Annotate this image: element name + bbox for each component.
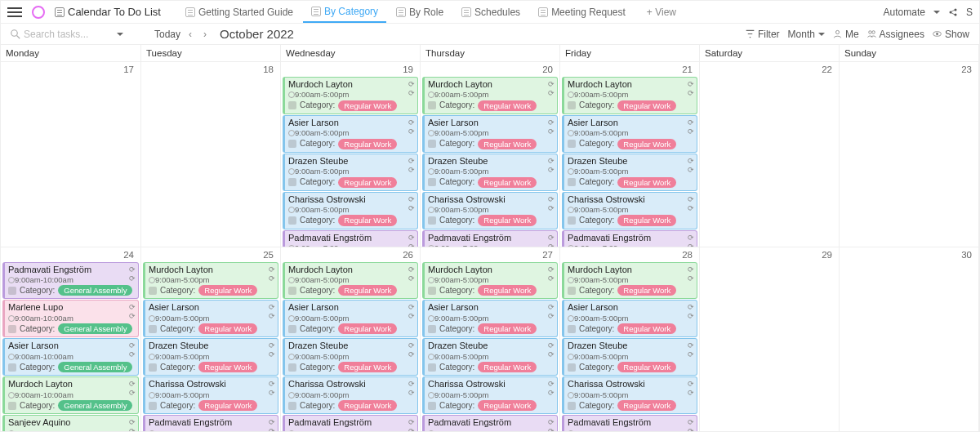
category-label: Category: [439, 286, 474, 296]
calendar-event[interactable]: ⟳⟳Padmavati Engström9:00am-10:00amCatego… [2, 262, 139, 300]
calendar-event[interactable]: ⟳⟳Asier Larson9:00am-5:00pmCategory:Regu… [562, 300, 697, 337]
calendar-event[interactable]: ⟳⟳Padmavati Engström9:00am-7:00pmCategor… [562, 230, 697, 247]
category-icon [568, 363, 576, 372]
recurrence-icon: ⟳ [269, 341, 275, 350]
calendar-event[interactable]: ⟳⟳Charissa Ostrowski9:00am-5:00pmCategor… [143, 376, 278, 414]
today-button[interactable]: Today [154, 29, 180, 40]
calendar-event[interactable]: ⟳⟳Drazen Steube9:00am-5:00pmCategory:Reg… [143, 338, 278, 376]
recurrence-icon: ⟳ [269, 380, 275, 389]
category-pill: Regular Work [198, 285, 257, 296]
calendar-event[interactable]: ⟳⟳Asier Larson9:00am-5:00pmCategory:Regu… [422, 300, 558, 337]
tab-schedules[interactable]: Schedules [453, 2, 528, 22]
category-pill: Regular Work [478, 215, 537, 225]
day-cell[interactable]: 17 [1, 62, 141, 247]
filter-button[interactable]: Filter [746, 29, 780, 40]
calendar-event[interactable]: ⟳⟳Asier Larson9:00am-5:00pmCategory:Regu… [283, 300, 418, 337]
calendar-event[interactable]: ⟳⟳Charissa Ostrowski9:00am-5:00pmCategor… [422, 192, 558, 229]
calendar-event[interactable]: ⟳⟳Murdoch Layton9:00am-5:00pmCategory:Re… [283, 262, 418, 300]
calendar-event[interactable]: ⟳⟳Asier Larson9:00am-10:00amCategory:Gen… [2, 338, 139, 376]
category-icon [568, 325, 576, 333]
calendar-event[interactable]: ⟳⟳Charissa Ostrowski9:00am-5:00pmCategor… [562, 192, 697, 229]
prev-month-button[interactable]: ‹ [185, 29, 195, 40]
day-cell[interactable]: 23 [840, 62, 979, 247]
recurrence-icon: ⟳ [548, 303, 555, 312]
calendar-event[interactable]: ⟳⟳Padmavati Engström9:00am-7:00pmCategor… [422, 230, 558, 247]
calendar-event[interactable]: ⟳⟳Asier Larson9:00am-5:00pmCategory:Regu… [283, 115, 418, 153]
add-view-button[interactable]: + View [639, 3, 684, 21]
calendar-event[interactable]: ⟳⟳Drazen Steube9:00am-5:00pmCategory:Reg… [283, 154, 418, 191]
menu-icon[interactable] [7, 5, 22, 20]
search-icon [11, 29, 20, 39]
calendar-event[interactable]: ⟳⟳Padmavati Engström9:00am-7:00pmCategor… [283, 415, 418, 432]
calendar-event[interactable]: ⟳⟳Murdoch Layton9:00am-5:00pmCategory:Re… [562, 262, 697, 300]
automate-button[interactable]: Automate [880, 7, 925, 18]
category-label: Category: [160, 363, 195, 372]
day-cell[interactable]: 25⟳⟳Murdoch Layton9:00am-5:00pmCategory:… [141, 247, 281, 433]
share-button[interactable]: S [966, 7, 973, 18]
calendar-event[interactable]: ⟳⟳Marlene Lupo9:00am-10:00amCategory:Gen… [2, 300, 139, 337]
calendar-event[interactable]: ⟳⟳Drazen Steube9:00am-5:00pmCategory:Reg… [422, 154, 558, 191]
category-icon [288, 178, 296, 186]
tab-by-category[interactable]: By Category [303, 2, 386, 23]
calendar-event[interactable]: ⟳⟳Drazen Steube9:00am-5:00pmCategory:Reg… [562, 338, 697, 376]
event-title: Murdoch Layton [8, 379, 135, 390]
category-pill: General Assembly [58, 400, 132, 411]
search-input[interactable] [24, 29, 114, 40]
calendar-event[interactable]: ⟳⟳Padmavati Engström9:00am-7:00pmCategor… [422, 415, 558, 432]
calendar-event[interactable]: ⟳⟳Charissa Ostrowski9:00am-5:00pmCategor… [283, 192, 418, 229]
event-time: 9:00am-5:00pm [574, 352, 693, 361]
day-cell[interactable]: 18 [141, 62, 281, 247]
day-cell[interactable]: 28⟳⟳Murdoch Layton9:00am-5:00pmCategory:… [560, 247, 700, 433]
me-button[interactable]: Me [833, 29, 859, 40]
calendar-event[interactable]: ⟳⟳Charissa Ostrowski9:00am-5:00pmCategor… [422, 376, 558, 414]
event-title: Padmavati Engström [428, 233, 554, 243]
day-cell[interactable]: 29 [700, 247, 840, 433]
event-title: Padmavati Engström [8, 265, 135, 275]
day-cell[interactable]: 27⟳⟳Murdoch Layton9:00am-5:00pmCategory:… [421, 247, 560, 433]
day-cell[interactable]: 22 [700, 62, 840, 247]
event-time: 9:00am-10:00am [15, 314, 135, 323]
day-number: 30 [840, 247, 978, 262]
month-selector[interactable]: Month [788, 29, 825, 40]
show-button[interactable]: Show [933, 29, 969, 40]
share-icon[interactable] [948, 7, 958, 17]
calendar-event[interactable]: ⟳⟳Asier Larson9:00am-5:00pmCategory:Regu… [143, 300, 278, 337]
calendar-event[interactable]: ⟳⟳Murdoch Layton9:00am-5:00pmCategory:Re… [283, 77, 418, 114]
calendar-event[interactable]: ⟳⟳Murdoch Layton9:00am-5:00pmCategory:Re… [422, 77, 558, 114]
event-time: 9:00am-5:00pm [434, 205, 554, 214]
calendar-event[interactable]: ⟳⟳Asier Larson9:00am-5:00pmCategory:Regu… [422, 115, 558, 153]
calendar-event[interactable]: ⟳⟳Drazen Steube9:00am-5:00pmCategory:Reg… [422, 338, 558, 376]
calendar-event[interactable]: ⟳⟳Murdoch Layton9:00am-5:00pmCategory:Re… [422, 262, 558, 300]
calendar-event[interactable]: ⟳⟳Padmavati Engström9:00am-7:00pmCategor… [143, 415, 278, 432]
event-time: 9:00am-10:00am [15, 352, 135, 361]
chevron-down-icon[interactable] [117, 33, 123, 39]
event-title: Charissa Ostrowski [288, 379, 414, 390]
tab-meeting-request[interactable]: Meeting Request [530, 2, 634, 22]
day-cell[interactable]: 30 [840, 247, 979, 433]
calendar-event[interactable]: ⟳⟳Drazen Steube9:00am-5:00pmCategory:Reg… [562, 154, 697, 191]
next-month-button[interactable]: › [200, 29, 210, 40]
calendar-event[interactable]: ⟳⟳Murdoch Layton9:00am-5:00pmCategory:Re… [562, 77, 697, 114]
calendar-event[interactable]: ⟳⟳Murdoch Layton9:00am-5:00pmCategory:Re… [143, 262, 278, 300]
dow-header: Friday [560, 45, 700, 62]
event-time: 9:00am-5:00pm [434, 314, 554, 323]
day-cell[interactable]: 26⟳⟳Murdoch Layton9:00am-5:00pmCategory:… [281, 247, 421, 433]
day-cell[interactable]: 19⟳⟳Murdoch Layton9:00am-5:00pmCategory:… [281, 62, 421, 247]
calendar-event[interactable]: ⟳⟳Murdoch Layton9:00am-10:00amCategory:G… [2, 376, 139, 414]
tab-by-role[interactable]: By Role [388, 2, 452, 22]
calendar-event[interactable]: ⟳⟳Sanjeev Aquino9:00am-10:00amCategory:G… [2, 415, 139, 432]
calendar-event[interactable]: ⟳⟳Charissa Ostrowski9:00am-5:00pmCategor… [283, 376, 418, 414]
calendar-event[interactable]: ⟳⟳Padmavati Engström9:00am-7:00pmCategor… [562, 415, 697, 432]
day-cell[interactable]: 24⟳⟳Padmavati Engström9:00am-10:00amCate… [1, 247, 141, 433]
category-label: Category: [20, 286, 55, 296]
tab-getting-started-guide[interactable]: Getting Started Guide [177, 2, 301, 22]
event-time: 9:00am-5:00pm [295, 352, 414, 361]
calendar-event[interactable]: ⟳⟳Asier Larson9:00am-5:00pmCategory:Regu… [562, 115, 697, 153]
calendar-event[interactable]: ⟳⟳Padmavati Engström9:00am-7:00pmCategor… [283, 230, 418, 247]
calendar-event[interactable]: ⟳⟳Charissa Ostrowski9:00am-5:00pmCategor… [562, 376, 697, 414]
calendar-event[interactable]: ⟳⟳Drazen Steube9:00am-5:00pmCategory:Reg… [283, 338, 418, 376]
assignees-button[interactable]: Assignees [867, 29, 924, 40]
chevron-down-icon[interactable] [933, 11, 940, 17]
day-cell[interactable]: 20⟳⟳Murdoch Layton9:00am-5:00pmCategory:… [421, 62, 560, 247]
day-cell[interactable]: 21⟳⟳Murdoch Layton9:00am-5:00pmCategory:… [560, 62, 700, 247]
